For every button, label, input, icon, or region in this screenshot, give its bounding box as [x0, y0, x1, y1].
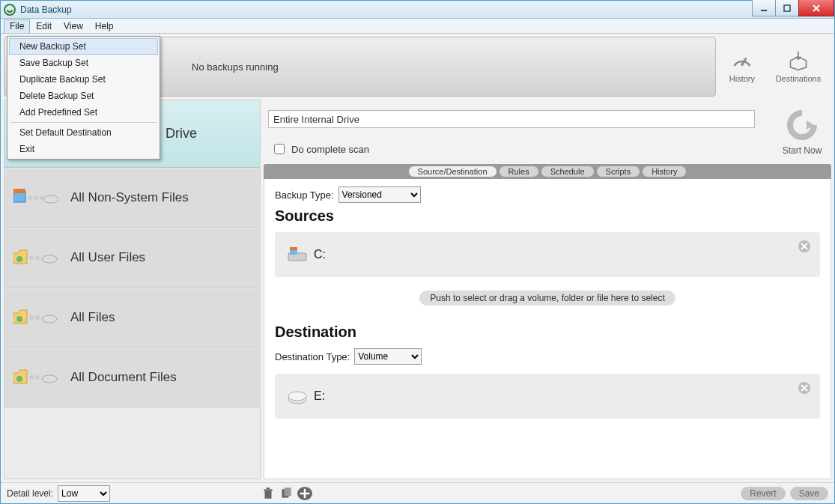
destination-heading: Destination [275, 324, 820, 341]
tab-scripts[interactable]: Scripts [597, 166, 640, 177]
svg-point-7 [28, 195, 32, 200]
svg-point-17 [35, 315, 40, 320]
menu-delete-backup-set[interactable]: Delete Backup Set [9, 88, 158, 104]
backup-set-label: All Document Files [70, 370, 177, 385]
tab-rules[interactable]: Rules [500, 166, 538, 177]
destination-drive-row[interactable]: E: [275, 374, 820, 419]
drive-chain-icon [13, 184, 58, 211]
box-arrow-icon [788, 50, 809, 73]
complete-scan-label: Do complete scan [291, 144, 369, 155]
file-menu-dropdown: New Backup Set Save Backup Set Duplicate… [7, 36, 160, 160]
duplicate-set-button[interactable] [279, 487, 293, 500]
menu-add-predefined-set[interactable]: Add Predefined Set [9, 104, 158, 121]
svg-point-18 [42, 315, 57, 323]
start-now-button[interactable]: Start Now [776, 110, 828, 157]
svg-point-0 [4, 4, 15, 15]
window-title: Data Backup [20, 4, 72, 15]
detail-level-label: Detail level: [7, 488, 53, 499]
app-icon [4, 4, 16, 16]
svg-point-13 [35, 255, 40, 260]
menu-duplicate-backup-set[interactable]: Duplicate Backup Set [9, 71, 158, 88]
drive-icon [287, 387, 308, 405]
svg-point-8 [34, 195, 38, 200]
svg-point-20 [29, 375, 34, 380]
tab-source-destination[interactable]: Source/Destination [409, 166, 497, 177]
backup-set-item[interactable]: All User Files [4, 228, 260, 288]
detail-body[interactable]: Backup Type: Versioned Sources C: [264, 179, 831, 479]
svg-rect-1 [761, 10, 767, 11]
status-text: No backups running [192, 61, 279, 73]
history-label: History [729, 74, 755, 83]
source-drive-row[interactable]: C: [275, 232, 820, 277]
windows-drive-icon [287, 246, 308, 264]
menu-help[interactable]: Help [89, 19, 120, 33]
backup-set-item[interactable]: All Document Files [4, 347, 260, 407]
revert-button[interactable]: Revert [741, 487, 785, 500]
gauge-icon [732, 50, 753, 73]
menu-separator [10, 122, 157, 123]
remove-source-button[interactable] [798, 240, 811, 253]
svg-point-4 [741, 64, 744, 67]
detail-level-select[interactable]: Low [58, 485, 110, 502]
menu-save-backup-set[interactable]: Save Backup Set [9, 55, 158, 71]
window-minimize-button[interactable] [752, 0, 776, 16]
history-button[interactable]: History [729, 50, 755, 83]
source-drive-label: C: [314, 248, 326, 261]
backup-type-label: Backup Type: [275, 189, 334, 201]
menu-set-default-destination[interactable]: Set Default Destination [9, 124, 158, 141]
backup-set-item[interactable]: All Non-System Files [4, 168, 260, 228]
svg-rect-25 [290, 247, 297, 250]
save-button[interactable]: Save [790, 487, 828, 500]
svg-point-21 [35, 375, 40, 380]
svg-rect-32 [267, 488, 270, 489]
backup-set-label: All User Files [70, 250, 145, 265]
remove-destination-button[interactable] [798, 381, 811, 395]
menubar: File Edit View Help [1, 19, 834, 34]
destinations-label: Destinations [776, 74, 822, 83]
start-arc-icon [787, 110, 817, 142]
svg-point-11 [16, 256, 22, 262]
push-to-select-hint[interactable]: Push to select or drag a volume, folder … [419, 291, 675, 306]
svg-point-14 [42, 255, 57, 263]
backup-set-label: All Files [70, 310, 115, 325]
folder-chain-icon [13, 364, 58, 391]
backup-set-item[interactable]: All Files [4, 288, 260, 347]
backup-type-select[interactable]: Versioned [338, 186, 421, 203]
menu-new-backup-set[interactable]: New Backup Set [9, 38, 158, 55]
svg-point-12 [29, 255, 34, 260]
svg-point-22 [42, 375, 57, 383]
statusbar: Detail level: Low Revert Save [1, 482, 834, 503]
detail-panel: Do complete scan Start Now Source/Destin… [264, 100, 831, 479]
svg-rect-31 [264, 489, 272, 491]
delete-set-button[interactable] [261, 487, 275, 500]
menu-edit[interactable]: Edit [30, 19, 58, 33]
complete-scan-checkbox[interactable] [274, 144, 285, 154]
menu-view[interactable]: View [58, 19, 89, 33]
add-set-button[interactable] [297, 487, 312, 500]
tab-history[interactable]: History [643, 166, 686, 177]
destinations-button[interactable]: Destinations [776, 50, 822, 83]
menu-exit[interactable]: Exit [9, 141, 158, 157]
folder-chain-icon [13, 304, 58, 331]
window-maximize-button[interactable] [775, 0, 799, 16]
menu-file[interactable]: File [4, 19, 30, 33]
window-close-button[interactable] [798, 0, 834, 16]
svg-rect-34 [285, 488, 291, 496]
destination-type-label: Destination Type: [275, 351, 350, 362]
detail-tabstrip: Source/Destination Rules Schedule Script… [264, 164, 831, 179]
folder-chain-icon [13, 244, 58, 271]
titlebar: Data Backup [1, 1, 834, 19]
destination-type-select[interactable]: Volume [354, 348, 422, 365]
backup-name-input[interactable] [268, 110, 755, 128]
sources-heading: Sources [275, 207, 820, 225]
tab-schedule[interactable]: Schedule [541, 166, 594, 177]
svg-point-15 [16, 316, 22, 322]
destination-drive-label: E: [314, 389, 325, 403]
svg-rect-5 [13, 192, 25, 202]
start-now-label: Start Now [783, 145, 822, 156]
backup-set-label: All Non-System Files [70, 190, 189, 205]
svg-rect-2 [784, 5, 790, 11]
svg-point-19 [16, 376, 22, 382]
svg-point-10 [43, 195, 58, 203]
sidebar-header-label: Drive [166, 126, 197, 142]
